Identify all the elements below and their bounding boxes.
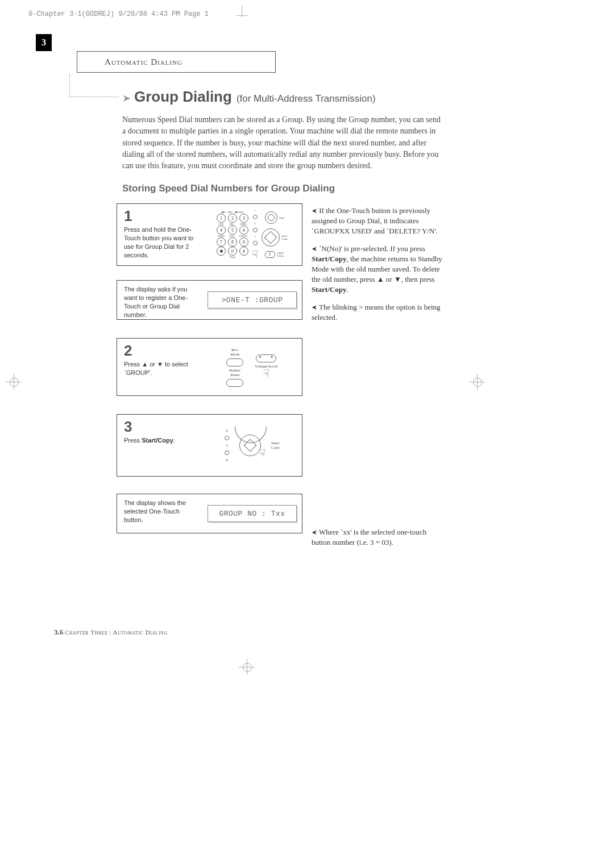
buttons-graphic: Rcv. Mode Redial/ Pause ◂▸ Volume/Scroll… [202,339,302,395]
hand-pointer-icon: ☟ [259,447,265,460]
arrow-left-icon: ➤ [312,528,317,537]
arrow-left-icon: ➤ [312,303,317,312]
chapter-tab: 3 [36,34,52,51]
step-text: The display asks if you want to register… [124,285,197,319]
crop-mark-icon [242,6,254,17]
step-number: 1 [124,208,197,223]
dotted-leader-icon [69,74,70,97]
chapter-footer: Chapter Three : Automatic Dialing [65,629,167,636]
lcd-display: >ONE-T :GROUP [208,291,297,308]
keypad-graphic: ⏮ABC⏭ DEF 123 GHIJKLMNO 456 PQRSTUVWXYZ … [202,204,302,265]
step-number: 2 [124,343,197,358]
step-block: The display shows the selected One-Touch… [117,494,302,533]
chapter-title-box: Automatic Dialing [77,51,276,73]
crop-mark-icon [6,374,23,391]
hand-pointer-icon: ☟ [252,248,258,261]
print-header: 0-Chapter 3-1(GODREJ) 9/20/98 4:43 PM Pa… [28,10,209,18]
crop-mark-icon [469,374,486,391]
side-notes: ➤ If the One-Touch button is previously … [312,206,445,329]
main-content: ➤ Group Dialing (for Multi-Address Trans… [122,88,445,203]
lcd-display: GROUP NO : Txx [208,505,297,522]
step-text: Press Start/Copy. [124,436,197,445]
arrow-right-icon: ➤ [122,92,131,105]
page: 0-Chapter 3-1(GODREJ) 9/20/98 4:43 PM Pa… [0,0,614,868]
dotted-leader-icon [69,97,119,97]
step-block: 1 Press and hold the One-Touch button yo… [117,203,302,266]
side-notes: ➤ Where `xx' is the selected one-touch b… [312,527,445,554]
step-text: The display shows the selected One-Touch… [124,499,197,524]
page-footer: 3.6 Chapter Three : Automatic Dialing [54,628,168,637]
step-number: 3 [124,419,197,434]
note: ➤ `N(No)' is pre-selected. If you press … [312,244,445,295]
start-button-graphic: 2 3 4 ☟ Start/ Copy [202,415,302,476]
step-block: The display asks if you want to register… [117,280,302,320]
step-block: 2 Press ▲ or ▼ to select `GROUP'. Rcv. M… [117,338,302,396]
note: ➤ Where `xx' is the selected one-touch b… [312,527,445,548]
subsection-heading: Storing Speed Dial Numbers for Group Dia… [122,183,445,194]
intro-paragraph: Numerous Speed Dial numbers can be store… [122,114,445,172]
step-text: Press and hold the One-Touch button you … [124,226,197,259]
hand-pointer-icon: ☟ [263,367,269,379]
note: ➤ The blinking > means the option is bei… [312,302,445,323]
step-text: Press ▲ or ▼ to select `GROUP'. [124,360,197,377]
section-heading: Group Dialing [134,88,232,106]
arrow-left-icon: ➤ [312,244,317,254]
crop-mark-icon [239,659,256,676]
section-subheading: (for Multi-Address Transmission) [237,93,376,105]
arrow-left-icon: ➤ [312,206,317,216]
page-number: 3.6 [54,628,63,636]
note: ➤ If the One-Touch button is previously … [312,206,445,237]
step-block: 3 Press Start/Copy. 2 3 4 ☟ [117,414,302,477]
